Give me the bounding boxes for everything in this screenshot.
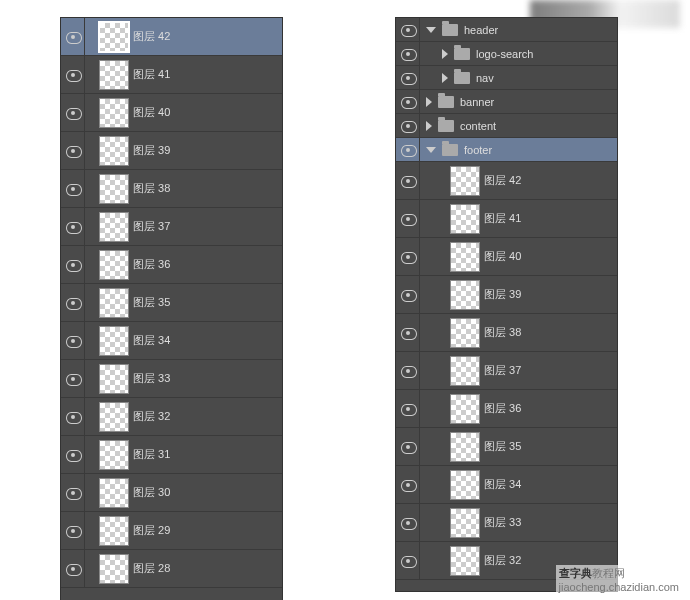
layer-thumbnail[interactable] bbox=[450, 394, 480, 424]
layer-thumbnail[interactable] bbox=[99, 250, 129, 280]
disclosure-triangle-icon[interactable] bbox=[426, 97, 432, 107]
layer-thumbnail[interactable] bbox=[450, 280, 480, 310]
disclosure-triangle-icon[interactable] bbox=[442, 73, 448, 83]
group-name[interactable]: nav bbox=[476, 72, 494, 84]
layer-name[interactable]: 图层 29 bbox=[133, 523, 170, 538]
layer-row[interactable]: 图层 37 bbox=[61, 208, 282, 246]
layer-thumbnail[interactable] bbox=[99, 60, 129, 90]
layer-name[interactable]: 图层 37 bbox=[133, 219, 170, 234]
layer-row[interactable]: 图层 38 bbox=[61, 170, 282, 208]
layer-thumbnail[interactable] bbox=[99, 440, 129, 470]
layer-thumbnail[interactable] bbox=[99, 326, 129, 356]
visibility-toggle[interactable] bbox=[396, 114, 420, 137]
layer-name[interactable]: 图层 35 bbox=[484, 439, 521, 454]
layer-thumbnail[interactable] bbox=[99, 174, 129, 204]
layer-name[interactable]: 图层 30 bbox=[133, 485, 170, 500]
layer-row[interactable]: 图层 28 bbox=[61, 550, 282, 588]
layer-row[interactable]: 图层 36 bbox=[396, 390, 617, 428]
group-name[interactable]: header bbox=[464, 24, 498, 36]
layer-row[interactable]: 图层 32 bbox=[61, 398, 282, 436]
layer-thumbnail[interactable] bbox=[450, 242, 480, 272]
layer-name[interactable]: 图层 42 bbox=[484, 173, 521, 188]
visibility-toggle[interactable] bbox=[61, 436, 85, 473]
layer-thumbnail[interactable] bbox=[450, 470, 480, 500]
visibility-toggle[interactable] bbox=[396, 200, 420, 237]
layer-row[interactable]: 图层 39 bbox=[396, 276, 617, 314]
layer-row[interactable]: 图层 42 bbox=[396, 162, 617, 200]
visibility-toggle[interactable] bbox=[396, 504, 420, 541]
layer-row[interactable]: 图层 36 bbox=[61, 246, 282, 284]
layer-thumbnail[interactable] bbox=[450, 546, 480, 576]
layer-name[interactable]: 图层 33 bbox=[133, 371, 170, 386]
group-name[interactable]: logo-search bbox=[476, 48, 533, 60]
layer-row[interactable]: 图层 30 bbox=[61, 474, 282, 512]
visibility-toggle[interactable] bbox=[61, 284, 85, 321]
visibility-toggle[interactable] bbox=[396, 18, 420, 41]
layer-thumbnail[interactable] bbox=[99, 22, 129, 52]
group-row-header[interactable]: header bbox=[396, 18, 617, 42]
visibility-toggle[interactable] bbox=[61, 322, 85, 359]
visibility-toggle[interactable] bbox=[61, 398, 85, 435]
layer-row[interactable]: 图层 31 bbox=[61, 436, 282, 474]
visibility-toggle[interactable] bbox=[396, 390, 420, 427]
disclosure-triangle-icon[interactable] bbox=[426, 27, 436, 33]
group-name[interactable]: footer bbox=[464, 144, 492, 156]
group-row-logo-search[interactable]: logo-search bbox=[396, 42, 617, 66]
layer-thumbnail[interactable] bbox=[99, 478, 129, 508]
visibility-toggle[interactable] bbox=[396, 162, 420, 199]
layer-thumbnail[interactable] bbox=[450, 508, 480, 538]
layer-thumbnail[interactable] bbox=[99, 554, 129, 584]
layer-row[interactable]: 图层 38 bbox=[396, 314, 617, 352]
group-name[interactable]: content bbox=[460, 120, 496, 132]
layer-thumbnail[interactable] bbox=[99, 288, 129, 318]
group-row-nav[interactable]: nav bbox=[396, 66, 617, 90]
layer-thumbnail[interactable] bbox=[450, 432, 480, 462]
visibility-toggle[interactable] bbox=[61, 170, 85, 207]
layer-row[interactable]: 图层 33 bbox=[61, 360, 282, 398]
layer-row[interactable]: 图层 42 bbox=[61, 18, 282, 56]
visibility-toggle[interactable] bbox=[61, 132, 85, 169]
layer-row[interactable]: 图层 40 bbox=[396, 238, 617, 276]
layer-name[interactable]: 图层 41 bbox=[484, 211, 521, 226]
layer-row[interactable]: 图层 41 bbox=[396, 200, 617, 238]
layer-thumbnail[interactable] bbox=[99, 212, 129, 242]
layer-row[interactable]: 图层 35 bbox=[61, 284, 282, 322]
visibility-toggle[interactable] bbox=[61, 246, 85, 283]
layer-name[interactable]: 图层 41 bbox=[133, 67, 170, 82]
visibility-toggle[interactable] bbox=[396, 138, 420, 161]
visibility-toggle[interactable] bbox=[396, 238, 420, 275]
layer-row[interactable]: 图层 34 bbox=[61, 322, 282, 360]
layer-name[interactable]: 图层 38 bbox=[133, 181, 170, 196]
layer-thumbnail[interactable] bbox=[99, 364, 129, 394]
layer-thumbnail[interactable] bbox=[99, 516, 129, 546]
visibility-toggle[interactable] bbox=[61, 360, 85, 397]
disclosure-triangle-icon[interactable] bbox=[426, 121, 432, 131]
layer-row[interactable]: 图层 40 bbox=[61, 94, 282, 132]
visibility-toggle[interactable] bbox=[396, 90, 420, 113]
group-row-footer[interactable]: footer bbox=[396, 138, 617, 162]
layer-thumbnail[interactable] bbox=[450, 166, 480, 196]
visibility-toggle[interactable] bbox=[61, 474, 85, 511]
visibility-toggle[interactable] bbox=[396, 542, 420, 579]
layer-name[interactable]: 图层 32 bbox=[133, 409, 170, 424]
layer-name[interactable]: 图层 39 bbox=[484, 287, 521, 302]
layer-name[interactable]: 图层 39 bbox=[133, 143, 170, 158]
visibility-toggle[interactable] bbox=[396, 466, 420, 503]
group-name[interactable]: banner bbox=[460, 96, 494, 108]
layer-name[interactable]: 图层 36 bbox=[133, 257, 170, 272]
layer-row[interactable]: 图层 29 bbox=[61, 512, 282, 550]
visibility-toggle[interactable] bbox=[61, 18, 85, 55]
layer-name[interactable]: 图层 32 bbox=[484, 553, 521, 568]
layer-name[interactable]: 图层 34 bbox=[484, 477, 521, 492]
layer-name[interactable]: 图层 34 bbox=[133, 333, 170, 348]
visibility-toggle[interactable] bbox=[61, 56, 85, 93]
layer-name[interactable]: 图层 40 bbox=[133, 105, 170, 120]
layer-name[interactable]: 图层 37 bbox=[484, 363, 521, 378]
layer-thumbnail[interactable] bbox=[450, 356, 480, 386]
layer-row[interactable]: 图层 37 bbox=[396, 352, 617, 390]
layer-name[interactable]: 图层 33 bbox=[484, 515, 521, 530]
layer-row[interactable]: 图层 34 bbox=[396, 466, 617, 504]
layer-name[interactable]: 图层 42 bbox=[133, 29, 170, 44]
visibility-toggle[interactable] bbox=[61, 512, 85, 549]
visibility-toggle[interactable] bbox=[61, 208, 85, 245]
